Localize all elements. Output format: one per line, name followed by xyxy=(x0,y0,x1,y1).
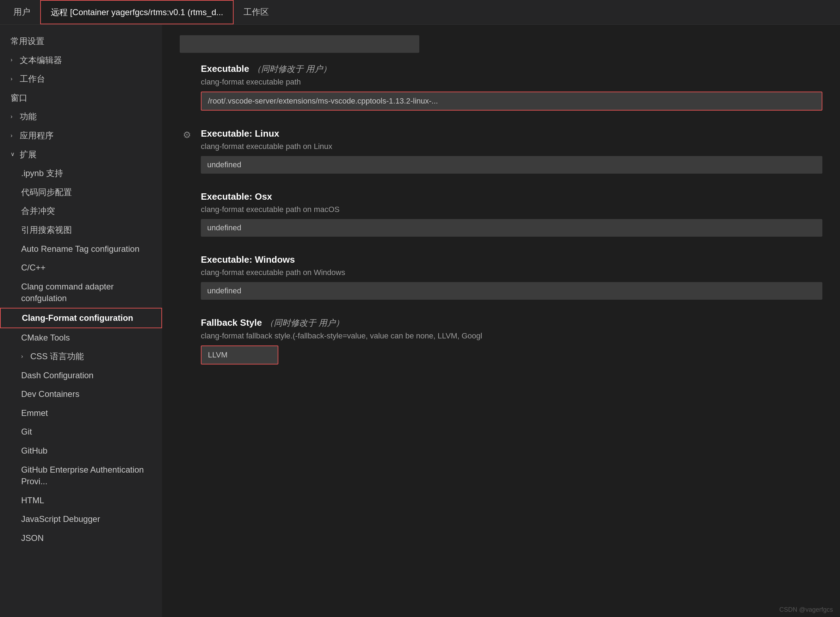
setting-block-fallback-style: Fallback Style（同时修改于 用户）clang-format fal… xyxy=(180,317,822,365)
setting-block-executable-user: Executable（同时修改于 用户）clang-format executa… xyxy=(180,63,822,111)
sidebar-item-2[interactable]: ›工作台 xyxy=(0,69,162,89)
sidebar-item-label: 应用程序 xyxy=(20,130,53,142)
setting-title: Fallback Style（同时修改于 用户） xyxy=(201,317,822,329)
main-layout: 常用设置›文本编辑器›工作台窗口›功能›应用程序∨扩展.ipynb 支持代码同步… xyxy=(0,25,840,617)
sidebar-item-label: Clang command adapter confgulation xyxy=(21,281,151,304)
arrow-icon: ∨ xyxy=(10,151,17,158)
setting-input-executable-user[interactable] xyxy=(201,92,822,111)
sidebar-item-label: 窗口 xyxy=(10,92,28,104)
top-search-bar xyxy=(180,35,419,53)
sidebar-item-25[interactable]: JSON xyxy=(0,528,162,548)
sidebar-item-24[interactable]: JavaScript Debugger xyxy=(0,509,162,528)
setting-block-executable-osx: Executable: Osxclang-format executable p… xyxy=(180,191,822,237)
tab-workspace[interactable]: 工作区 xyxy=(234,0,279,24)
sidebar-item-8[interactable]: 代码同步配置 xyxy=(0,183,162,202)
tab-user[interactable]: 用户 xyxy=(3,0,40,24)
setting-title: Executable: Osx xyxy=(201,191,822,202)
sidebar-item-label: Auto Rename Tag configuration xyxy=(21,243,139,255)
sidebar-item-0[interactable]: 常用设置 xyxy=(0,32,162,51)
sidebar-item-11[interactable]: Auto Rename Tag configuration xyxy=(0,239,162,258)
setting-input-fallback-style[interactable] xyxy=(201,345,278,365)
sidebar-item-3[interactable]: 窗口 xyxy=(0,89,162,108)
gear-icon[interactable]: ⚙ xyxy=(183,130,191,140)
setting-title-note: （同时修改于 用户） xyxy=(265,318,344,328)
sidebar-item-16[interactable]: ›CSS 语言功能 xyxy=(0,347,162,366)
sidebar-item-label: 合并冲突 xyxy=(21,205,55,217)
sidebar-item-label: 代码同步配置 xyxy=(21,186,72,198)
sidebar-item-14[interactable]: Clang-Format configuration xyxy=(0,308,162,328)
setting-input-executable-windows[interactable] xyxy=(201,282,822,300)
sidebar-item-17[interactable]: Dash Configuration xyxy=(0,366,162,385)
sidebar-item-5[interactable]: ›应用程序 xyxy=(0,126,162,145)
setting-block-executable-windows: Executable: Windowsclang-format executab… xyxy=(180,254,822,300)
setting-input-executable-osx[interactable] xyxy=(201,219,822,237)
setting-subtitle: clang-format executable path xyxy=(201,77,822,87)
sidebar-item-label: C/C++ xyxy=(21,262,46,274)
sidebar-item-15[interactable]: CMake Tools xyxy=(0,328,162,347)
sidebar-item-22[interactable]: GitHub Enterprise Authentication Provi..… xyxy=(0,460,162,491)
sidebar-item-19[interactable]: Emmet xyxy=(0,404,162,423)
setting-subtitle: clang-format executable path on Windows xyxy=(201,268,822,277)
watermark: CSDN @vagerfgcs xyxy=(779,606,833,614)
sidebar-item-label: Clang-Format configuration xyxy=(22,312,133,324)
sidebar-item-4[interactable]: ›功能 xyxy=(0,107,162,126)
sidebar-item-6[interactable]: ∨扩展 xyxy=(0,145,162,164)
sidebar-item-label: 文本编辑器 xyxy=(20,54,62,66)
sidebar-item-label: GitHub Enterprise Authentication Provi..… xyxy=(21,464,151,487)
tab-bar: 用户 远程 [Container yagerfgcs/rtms:v0.1 (rt… xyxy=(0,0,840,25)
arrow-icon: › xyxy=(10,75,17,83)
sidebar-item-label: Dev Containers xyxy=(21,388,79,400)
setting-title-note: （同时修改于 用户） xyxy=(253,64,331,74)
sidebar-item-label: JSON xyxy=(21,532,44,544)
setting-title: Executable: Windows xyxy=(201,254,822,265)
arrow-icon: › xyxy=(10,56,17,64)
sidebar-item-label: 工作台 xyxy=(20,73,45,85)
sidebar-item-label: GitHub xyxy=(21,445,47,457)
sidebar-item-12[interactable]: C/C++ xyxy=(0,258,162,277)
setting-title: Executable: Linux xyxy=(201,128,822,139)
setting-input-executable-linux[interactable] xyxy=(201,156,822,174)
arrow-icon: › xyxy=(21,353,28,360)
sidebar-item-label: JavaScript Debugger xyxy=(21,513,100,525)
arrow-icon: › xyxy=(10,132,17,139)
sidebar-item-label: Emmet xyxy=(21,407,48,419)
sidebar-item-18[interactable]: Dev Containers xyxy=(0,385,162,404)
tab-remote[interactable]: 远程 [Container yagerfgcs/rtms:v0.1 (rtms_… xyxy=(40,0,234,24)
settings-content: Executable（同时修改于 用户）clang-format executa… xyxy=(162,25,840,617)
setting-subtitle: clang-format executable path on macOS xyxy=(201,205,822,214)
sidebar-item-label: 引用搜索视图 xyxy=(21,224,72,236)
sidebar-item-7[interactable]: .ipynb 支持 xyxy=(0,164,162,183)
sidebar-item-label: .ipynb 支持 xyxy=(21,167,63,179)
sidebar-item-label: CMake Tools xyxy=(21,332,70,344)
setting-title: Executable（同时修改于 用户） xyxy=(201,63,822,75)
sidebar-item-label: 常用设置 xyxy=(10,35,44,47)
sidebar-item-1[interactable]: ›文本编辑器 xyxy=(0,51,162,70)
sidebar-item-label: Git xyxy=(21,426,32,438)
setting-subtitle: clang-format executable path on Linux xyxy=(201,142,822,151)
sidebar-item-21[interactable]: GitHub xyxy=(0,441,162,460)
setting-block-executable-linux: ⚙Executable: Linuxclang-format executabl… xyxy=(180,128,822,174)
sidebar-item-20[interactable]: Git xyxy=(0,422,162,441)
sidebar-item-label: Dash Configuration xyxy=(21,369,93,381)
sidebar-item-label: CSS 语言功能 xyxy=(30,350,84,362)
sidebar-item-10[interactable]: 引用搜索视图 xyxy=(0,220,162,239)
arrow-icon: › xyxy=(10,113,17,120)
sidebar-item-9[interactable]: 合并冲突 xyxy=(0,201,162,220)
sidebar-item-label: 扩展 xyxy=(20,149,37,161)
sidebar-item-13[interactable]: Clang command adapter confgulation xyxy=(0,277,162,308)
sidebar-item-23[interactable]: HTML xyxy=(0,491,162,510)
sidebar: 常用设置›文本编辑器›工作台窗口›功能›应用程序∨扩展.ipynb 支持代码同步… xyxy=(0,25,162,617)
setting-subtitle: clang-format fallback style.(-fallback-s… xyxy=(201,331,822,341)
sidebar-item-label: HTML xyxy=(21,494,44,506)
sidebar-item-label: 功能 xyxy=(20,111,37,123)
